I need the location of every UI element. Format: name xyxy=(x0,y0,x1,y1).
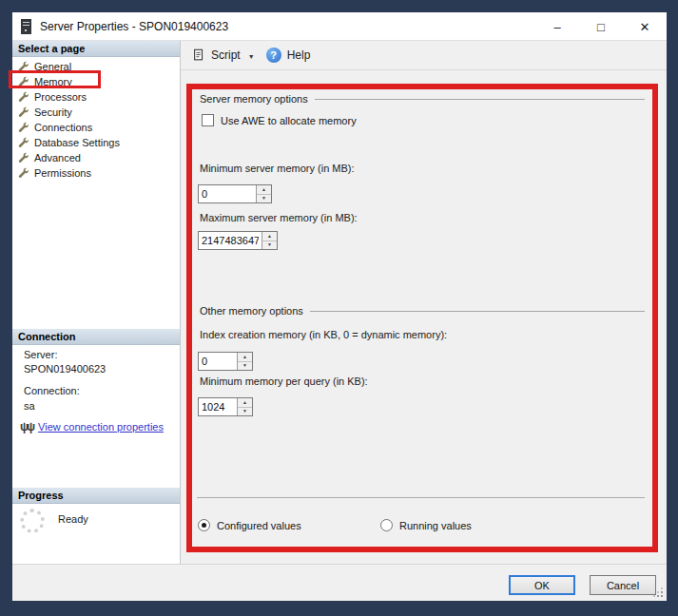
server-label: Server: xyxy=(24,349,57,360)
title-bar: Server Properties - SPON019400623 – □ ✕ xyxy=(12,12,667,41)
connection-header: Connection xyxy=(12,329,180,345)
use-awe-row[interactable]: Use AWE to allocate memory xyxy=(202,114,357,126)
wrench-icon xyxy=(18,61,29,72)
index-creation-memory-field[interactable] xyxy=(199,353,237,370)
configured-values-label: Configured values xyxy=(217,520,301,531)
progress-spinner-icon xyxy=(20,509,45,533)
wrench-icon xyxy=(18,137,29,148)
sidebar-item-label: Memory xyxy=(34,76,72,87)
sidebar-item-advanced[interactable]: Advanced xyxy=(18,150,170,165)
script-icon xyxy=(192,48,205,62)
cancel-button[interactable]: Cancel xyxy=(590,575,656,595)
spin-up-icon[interactable]: ▲ xyxy=(257,185,271,195)
max-server-memory-input[interactable]: ▲ ▼ xyxy=(198,231,278,250)
sidebar-item-label: General xyxy=(34,61,71,72)
other-memory-options-group: Other memory options xyxy=(200,305,645,317)
spin-down-icon[interactable]: ▼ xyxy=(257,195,271,203)
server-memory-options-group: Server memory options xyxy=(200,93,645,105)
max-server-memory-label: Maximum server memory (in MB): xyxy=(200,212,358,223)
group-divider-line xyxy=(315,99,645,100)
use-awe-checkbox[interactable] xyxy=(202,114,214,126)
sidebar-item-label: Database Settings xyxy=(34,137,120,148)
memory-page-content: Server memory options Use AWE to allocat… xyxy=(181,70,667,564)
close-icon[interactable]: ✕ xyxy=(623,12,667,41)
resize-grip-icon[interactable] xyxy=(653,587,663,597)
spin-up-icon[interactable]: ▲ xyxy=(238,353,252,362)
annotation-content-box xyxy=(186,84,658,552)
spin-up-icon[interactable]: ▲ xyxy=(238,398,252,408)
script-dropdown-icon[interactable]: ▼ xyxy=(248,53,255,60)
group-divider-line xyxy=(310,311,645,312)
server-memory-options-title: Server memory options xyxy=(200,93,308,105)
help-icon: ? xyxy=(266,48,281,63)
spin-down-icon[interactable]: ▼ xyxy=(238,362,252,371)
dialog-toolbar: Script ▼ ? Help xyxy=(181,41,667,70)
configured-values-option[interactable]: Configured values xyxy=(198,519,301,531)
configured-values-radio[interactable] xyxy=(198,519,210,531)
wrench-icon xyxy=(18,76,29,87)
view-connection-properties-link[interactable]: View connection properties xyxy=(38,421,164,433)
index-creation-memory-label: Index creation memory (in KB, 0 = dynami… xyxy=(200,329,447,340)
select-a-page-header: Select a page xyxy=(12,41,180,57)
wrench-icon xyxy=(18,167,29,179)
script-button[interactable]: Script xyxy=(211,48,241,62)
sidebar-item-database-settings[interactable]: Database Settings xyxy=(18,135,170,150)
running-values-radio[interactable] xyxy=(380,519,393,531)
window-controls: – □ ✕ xyxy=(535,12,667,41)
spin-buttons: ▲ ▼ xyxy=(237,353,252,370)
spin-buttons: ▲ ▼ xyxy=(237,398,252,415)
sidebar-item-label: Security xyxy=(34,106,72,118)
wrench-icon xyxy=(18,152,29,164)
index-creation-memory-input[interactable]: ▲ ▼ xyxy=(198,352,253,371)
sidebar-item-label: Processors xyxy=(34,91,87,103)
running-values-label: Running values xyxy=(399,520,472,531)
spin-buttons: ▲ ▼ xyxy=(262,232,277,249)
values-separator-line xyxy=(197,497,645,498)
connection-value: sa xyxy=(24,400,35,412)
other-memory-options-title: Other memory options xyxy=(200,305,303,317)
view-connection-properties[interactable]: ψψ View connection properties xyxy=(20,420,164,433)
sidebar-item-permissions[interactable]: Permissions xyxy=(18,165,170,181)
sidebar-item-label: Permissions xyxy=(34,167,91,179)
window-title: Server Properties - SPON019400623 xyxy=(40,20,228,33)
ok-button[interactable]: OK xyxy=(509,575,575,595)
help-button[interactable]: Help xyxy=(287,48,311,62)
sidebar: Select a page General Memory Processors … xyxy=(12,41,181,564)
connection-plug-icon: ψψ xyxy=(20,420,33,433)
progress-status: Ready xyxy=(58,513,88,525)
spin-down-icon[interactable]: ▼ xyxy=(238,408,252,416)
min-memory-per-query-label: Minimum memory per query (in KB): xyxy=(200,375,368,387)
sidebar-item-connections[interactable]: Connections xyxy=(18,120,170,135)
min-server-memory-field[interactable] xyxy=(199,185,256,202)
server-properties-window: Server Properties - SPON019400623 – □ ✕ … xyxy=(12,12,667,601)
spin-down-icon[interactable]: ▼ xyxy=(262,241,277,250)
sidebar-item-security[interactable]: Security xyxy=(18,105,170,120)
minimize-icon[interactable]: – xyxy=(535,12,579,41)
server-value: SPON019400623 xyxy=(24,363,106,375)
sidebar-item-label: Advanced xyxy=(34,152,81,164)
spin-up-icon[interactable]: ▲ xyxy=(262,232,277,241)
sidebar-item-general[interactable]: General xyxy=(18,59,170,74)
min-server-memory-label: Minimum server memory (in MB): xyxy=(200,163,355,174)
progress-header: Progress xyxy=(12,488,180,504)
min-memory-per-query-field[interactable] xyxy=(199,398,237,415)
wrench-icon xyxy=(18,122,29,133)
footer-bar: OK Cancel xyxy=(12,564,667,601)
sidebar-item-label: Connections xyxy=(34,122,92,133)
sidebar-item-processors[interactable]: Processors xyxy=(18,89,170,105)
connection-label: Connection: xyxy=(24,385,80,396)
server-app-icon xyxy=(21,19,31,34)
min-memory-per-query-input[interactable]: ▲ ▼ xyxy=(198,397,253,416)
wrench-icon xyxy=(18,91,29,103)
use-awe-label: Use AWE to allocate memory xyxy=(221,115,357,126)
maximize-icon[interactable]: □ xyxy=(579,12,623,41)
max-server-memory-field[interactable] xyxy=(199,232,262,249)
min-server-memory-input[interactable]: ▲ ▼ xyxy=(198,184,272,203)
spin-buttons: ▲ ▼ xyxy=(256,185,271,202)
sidebar-item-memory[interactable]: Memory xyxy=(18,74,170,89)
running-values-option[interactable]: Running values xyxy=(380,519,472,531)
wrench-icon xyxy=(18,106,29,118)
